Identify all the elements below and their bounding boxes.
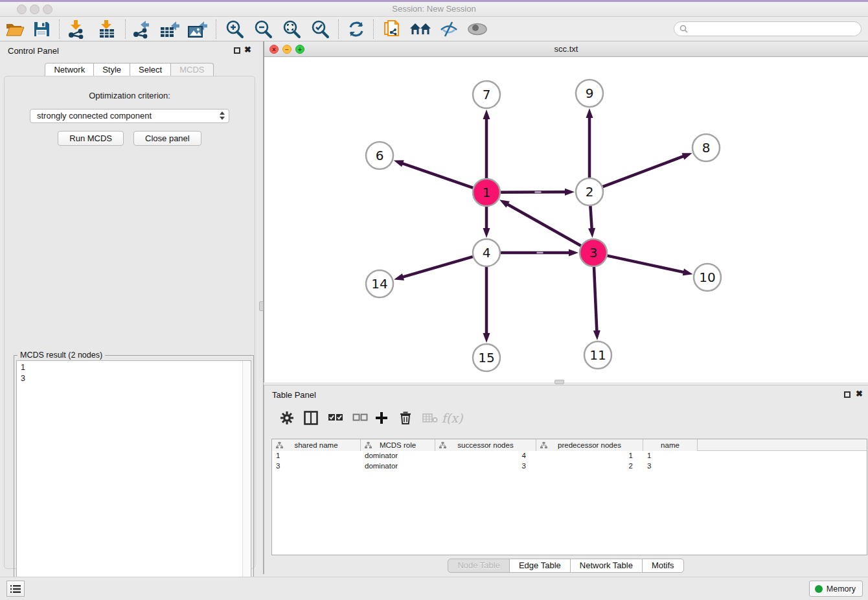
run-mcds-button[interactable]: Run MCDS — [58, 131, 124, 146]
gear-icon[interactable] — [278, 409, 296, 427]
table-row[interactable]: 1 dominator 4 1 1 — [272, 451, 867, 461]
edge-3-10[interactable] — [608, 256, 685, 273]
edge-arrowhead — [565, 189, 575, 196]
tab-network[interactable]: Network — [45, 63, 94, 76]
tab-select[interactable]: Select — [130, 63, 171, 76]
zoom-selected-icon[interactable] — [309, 19, 331, 40]
column-hierarchy-icon — [439, 442, 446, 450]
column-header-mcds-role[interactable]: MCDS role — [361, 439, 435, 451]
tab-style[interactable]: Style — [93, 63, 130, 76]
zoom-in-icon[interactable] — [223, 19, 246, 40]
edge-label-mark — [535, 191, 542, 193]
edge-4-14[interactable] — [402, 257, 473, 277]
mcds-result-group: MCDS result (2 nodes) 1 3 — [14, 355, 254, 599]
minimize-window-button[interactable] — [30, 5, 40, 14]
result-scrollbar[interactable] — [242, 361, 251, 596]
tab-edge-table[interactable]: Edge Table — [509, 559, 571, 573]
tab-mcds[interactable]: MCDS — [170, 63, 213, 76]
close-panel-button[interactable]: Close panel — [133, 131, 201, 146]
column-header-name[interactable]: name — [643, 439, 698, 451]
edge-2-8[interactable] — [603, 156, 685, 187]
delete-icon[interactable] — [396, 409, 415, 427]
network-close-button[interactable]: × — [269, 45, 279, 54]
network-maximize-button[interactable]: + — [295, 45, 304, 54]
column-header-shared-name[interactable]: shared name — [272, 439, 361, 451]
vertical-splitter-handle[interactable] — [259, 301, 264, 311]
edge-arrowhead — [569, 249, 578, 257]
tab-node-table[interactable]: Node Table — [448, 559, 510, 573]
toolbar-separator — [338, 19, 339, 39]
graph-node-label-2: 2 — [586, 184, 594, 200]
edge-arrowhead — [588, 228, 595, 238]
tab-network-table[interactable]: Network Table — [570, 559, 643, 573]
column-header-predecessor-nodes[interactable]: predecessor nodes — [536, 439, 643, 451]
network-canvas[interactable]: 7968124314101511 — [264, 57, 867, 382]
network-minimize-button[interactable]: − — [282, 45, 291, 54]
edge-3-11[interactable] — [594, 267, 597, 332]
edge-1-2[interactable] — [501, 192, 566, 192]
edge-arrowhead — [483, 110, 490, 119]
export-network-icon[interactable] — [130, 19, 152, 40]
edge-arrowhead — [682, 153, 692, 159]
network-file-icon[interactable] — [381, 19, 403, 40]
criterion-dropdown-value: strongly connected component — [37, 111, 152, 121]
network-window-titlebar[interactable]: × − + scc.txt — [264, 41, 868, 57]
graph-node-label-1: 1 — [483, 185, 491, 200]
import-table-icon[interactable] — [96, 19, 118, 40]
graph-node-label-10: 10 — [699, 270, 715, 285]
export-image-icon[interactable] — [187, 19, 209, 40]
memory-label: Memory — [827, 584, 856, 594]
float-panel-icon[interactable] — [234, 47, 240, 54]
toolbar-separator — [125, 19, 126, 39]
zoom-fit-icon[interactable] — [280, 19, 303, 40]
graph-node-label-11: 11 — [589, 347, 606, 363]
close-window-button[interactable] — [17, 5, 27, 14]
criterion-dropdown[interactable]: strongly connected component — [30, 109, 229, 123]
table-panel-tabs: Node Table Edge Table Network Table Moti… — [264, 559, 868, 573]
select-all-icon[interactable] — [326, 409, 345, 427]
graph-node-label-14: 14 — [371, 276, 387, 292]
node-table[interactable]: shared name MCDS role successor nodes pr… — [271, 439, 867, 555]
search-input[interactable] — [674, 21, 862, 36]
open-file-icon[interactable] — [4, 19, 26, 40]
close-panel-icon[interactable]: ✖ — [244, 44, 251, 56]
close-table-panel-icon[interactable]: ✖ — [856, 388, 863, 400]
toolbar-separator — [216, 19, 216, 39]
edge-2-3[interactable] — [590, 206, 591, 229]
home-icon[interactable] — [409, 19, 431, 40]
hide-eye-icon[interactable] — [438, 19, 460, 40]
edge-3-1[interactable] — [507, 204, 580, 246]
deselect-all-icon[interactable] — [351, 409, 369, 427]
export-table-icon[interactable] — [159, 19, 181, 40]
column-hierarchy-icon — [276, 442, 283, 450]
column-hierarchy-icon — [365, 442, 372, 450]
table-row[interactable]: 3 dominator 3 2 3 — [272, 461, 867, 472]
show-eye-icon[interactable] — [466, 19, 488, 40]
graph-node-label-3: 3 — [589, 245, 598, 260]
float-table-panel-icon[interactable] — [844, 391, 851, 398]
tab-motifs[interactable]: Motifs — [642, 559, 684, 573]
add-column-icon[interactable] — [372, 409, 391, 427]
edge-arrowhead — [593, 330, 600, 340]
task-list-button[interactable] — [6, 581, 25, 597]
graph-node-label-15: 15 — [478, 350, 494, 365]
save-session-icon[interactable] — [30, 19, 52, 40]
column-header-successor-nodes[interactable]: successor nodes — [435, 439, 536, 451]
search-field[interactable] — [691, 25, 861, 34]
import-network-icon[interactable] — [65, 19, 87, 40]
app-titlebar: Session: New Session — [0, 2, 868, 17]
zoom-window-button[interactable] — [43, 5, 52, 14]
network-graph[interactable]: 7968124314101511 — [264, 57, 867, 382]
edge-1-6[interactable] — [402, 163, 473, 188]
refresh-icon[interactable] — [345, 19, 367, 40]
column-layout-icon[interactable] — [302, 409, 320, 427]
graph-node-label-9: 9 — [586, 86, 594, 101]
zoom-out-icon[interactable] — [252, 19, 274, 40]
mcds-result-area[interactable]: 1 3 — [16, 360, 251, 597]
main-toolbar — [0, 17, 868, 41]
edge-label-mark — [537, 252, 543, 254]
toolbar-separator — [59, 19, 60, 39]
memory-button[interactable]: Memory — [809, 581, 863, 597]
dropdown-stepper-icon — [220, 111, 225, 120]
horizontal-splitter-handle[interactable] — [554, 380, 564, 384]
